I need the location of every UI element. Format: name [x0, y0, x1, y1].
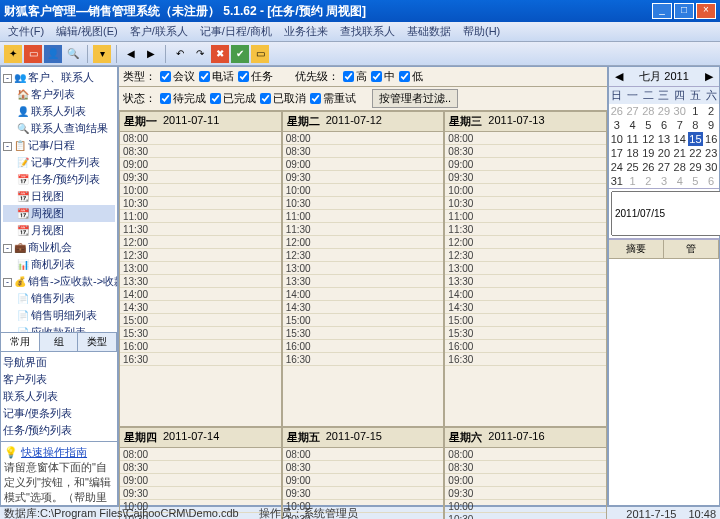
calendar-day[interactable]: 17 — [609, 146, 625, 160]
toolbar-confirm-icon[interactable]: ✔ — [231, 45, 249, 63]
chk-done[interactable]: 已完成 — [210, 91, 256, 106]
time-slot[interactable]: 13:30 — [120, 275, 281, 288]
time-slot[interactable]: 15:30 — [283, 327, 444, 340]
tree-node[interactable]: 🔍联系人查询结果 — [3, 120, 115, 137]
time-slot[interactable]: 10:30 — [120, 197, 281, 210]
calendar-day[interactable]: 5 — [688, 174, 704, 188]
time-slot[interactable]: 15:00 — [120, 314, 281, 327]
time-slot[interactable]: 09:00 — [120, 158, 281, 171]
tree-node[interactable]: 👤联系人列表 — [3, 103, 115, 120]
time-slot[interactable]: 08:30 — [445, 461, 606, 474]
time-slot[interactable]: 08:30 — [120, 145, 281, 158]
calendar-day[interactable]: 4 — [625, 118, 641, 132]
calendar-day[interactable]: 19 — [640, 146, 656, 160]
summary-col-2[interactable]: 管 — [664, 240, 719, 258]
calendar-day[interactable]: 26 — [640, 160, 656, 174]
time-slot[interactable]: 16:00 — [445, 340, 606, 353]
time-slot[interactable]: 10:30 — [283, 197, 444, 210]
time-slot[interactable]: 14:30 — [120, 301, 281, 314]
filter-by-manager-button[interactable]: 按管理者过滤.. — [372, 89, 458, 108]
time-slot[interactable]: 10:30 — [445, 197, 606, 210]
time-slot[interactable]: 11:30 — [120, 223, 281, 236]
minimize-button[interactable]: _ — [652, 3, 672, 19]
tree-node[interactable]: 📆日视图 — [3, 188, 115, 205]
time-slot[interactable]: 11:30 — [445, 223, 606, 236]
time-slot[interactable]: 09:30 — [120, 487, 281, 500]
calendar-day[interactable]: 27 — [625, 104, 641, 118]
time-slot[interactable]: 15:00 — [283, 314, 444, 327]
nav-shortcut[interactable]: 导航界面 — [3, 354, 115, 371]
time-slot[interactable]: 16:00 — [120, 340, 281, 353]
time-slot[interactable]: 08:00 — [120, 132, 281, 145]
calendar-day[interactable]: 29 — [656, 104, 672, 118]
calendar-day[interactable]: 15 — [688, 132, 704, 146]
menu-item[interactable]: 客户/联系人 — [124, 22, 194, 41]
calendar-day[interactable]: 13 — [656, 132, 672, 146]
calendar-day[interactable]: 30 — [672, 104, 688, 118]
summary-col-1[interactable]: 摘要 — [609, 240, 664, 258]
toolbar-undo-icon[interactable]: ↶ — [171, 45, 189, 63]
calendar-day[interactable]: 7 — [672, 118, 688, 132]
time-slot[interactable]: 11:00 — [120, 210, 281, 223]
maximize-button[interactable]: □ — [674, 3, 694, 19]
time-slot[interactable]: 12:30 — [445, 249, 606, 262]
time-slot[interactable]: 15:30 — [120, 327, 281, 340]
menu-item[interactable]: 帮助(H) — [457, 22, 506, 41]
time-slot[interactable]: 13:00 — [120, 262, 281, 275]
time-slot[interactable]: 10:00 — [283, 184, 444, 197]
tree-node[interactable]: 📆月视图 — [3, 222, 115, 239]
time-slot[interactable]: 08:00 — [445, 448, 606, 461]
time-slot[interactable]: 13:00 — [283, 262, 444, 275]
time-slot[interactable]: 08:30 — [283, 145, 444, 158]
nav-shortcut[interactable]: 客户列表 — [3, 371, 115, 388]
sidebar-tab[interactable]: 组 — [40, 333, 79, 351]
chk-phone[interactable]: 电话 — [199, 69, 234, 84]
tree-node[interactable]: 📝记事/文件列表 — [3, 154, 115, 171]
calendar-day[interactable]: 12 — [640, 132, 656, 146]
menu-item[interactable]: 业务往来 — [278, 22, 334, 41]
time-slot[interactable]: 10:00 — [445, 184, 606, 197]
toolbar-prev-icon[interactable]: ◀ — [122, 45, 140, 63]
nav-shortcut-list[interactable]: 导航界面客户列表联系人列表记事/便条列表任务/预约列表任务/预约 日视图任务/预… — [1, 351, 117, 441]
tree-node[interactable]: 📅任务/预约列表 — [3, 171, 115, 188]
calendar-day[interactable]: 30 — [703, 160, 719, 174]
nav-shortcut[interactable]: 联系人列表 — [3, 388, 115, 405]
toolbar-delete-icon[interactable]: ✖ — [211, 45, 229, 63]
menu-item[interactable]: 基础数据 — [401, 22, 457, 41]
time-slot[interactable]: 16:30 — [120, 353, 281, 366]
chk-cancel[interactable]: 已取消 — [260, 91, 306, 106]
time-slot[interactable]: 09:30 — [283, 171, 444, 184]
tree-node[interactable]: -💼商业机会 — [3, 239, 115, 256]
nav-shortcut[interactable]: 任务/预约列表 — [3, 422, 115, 439]
day-column[interactable]: 星期一2011-07-1108:0008:3009:0009:3010:0010… — [119, 111, 282, 427]
time-slot[interactable]: 08:00 — [283, 132, 444, 145]
time-slot[interactable]: 09:30 — [283, 487, 444, 500]
time-slot[interactable]: 16:00 — [283, 340, 444, 353]
time-slot[interactable]: 10:00 — [120, 184, 281, 197]
tree-node[interactable]: -📋记事/日程 — [3, 137, 115, 154]
chk-meeting[interactable]: 会议 — [160, 69, 195, 84]
time-slot[interactable]: 14:00 — [120, 288, 281, 301]
time-slot[interactable]: 13:00 — [445, 262, 606, 275]
tree-node[interactable]: 📄销售明细列表 — [3, 307, 115, 324]
calendar-day[interactable]: 28 — [640, 104, 656, 118]
tree-node[interactable]: 📄销售列表 — [3, 290, 115, 307]
day-column[interactable]: 星期二2011-07-1208:0008:3009:0009:3010:0010… — [282, 111, 445, 427]
toolbar-folder-icon[interactable]: ▭ — [251, 45, 269, 63]
nav-shortcut[interactable]: 记事/便条列表 — [3, 405, 115, 422]
time-slot[interactable]: 15:00 — [445, 314, 606, 327]
time-slot[interactable]: 10:30 — [445, 513, 606, 519]
tree-node[interactable]: 📊商机列表 — [3, 256, 115, 273]
calendar-day[interactable]: 22 — [688, 146, 704, 160]
time-slot[interactable]: 08:00 — [283, 448, 444, 461]
cal-next-icon[interactable]: ▶ — [701, 70, 717, 83]
calendar-day[interactable]: 31 — [609, 174, 625, 188]
time-slot[interactable]: 13:30 — [283, 275, 444, 288]
calendar-day[interactable]: 18 — [625, 146, 641, 160]
time-slot[interactable]: 12:00 — [445, 236, 606, 249]
calendar-day[interactable]: 3 — [656, 174, 672, 188]
toolbar-user-icon[interactable]: 👤 — [44, 45, 62, 63]
time-slot[interactable]: 09:00 — [283, 158, 444, 171]
time-slot[interactable]: 14:30 — [445, 301, 606, 314]
menu-item[interactable]: 记事/日程/商机 — [194, 22, 278, 41]
